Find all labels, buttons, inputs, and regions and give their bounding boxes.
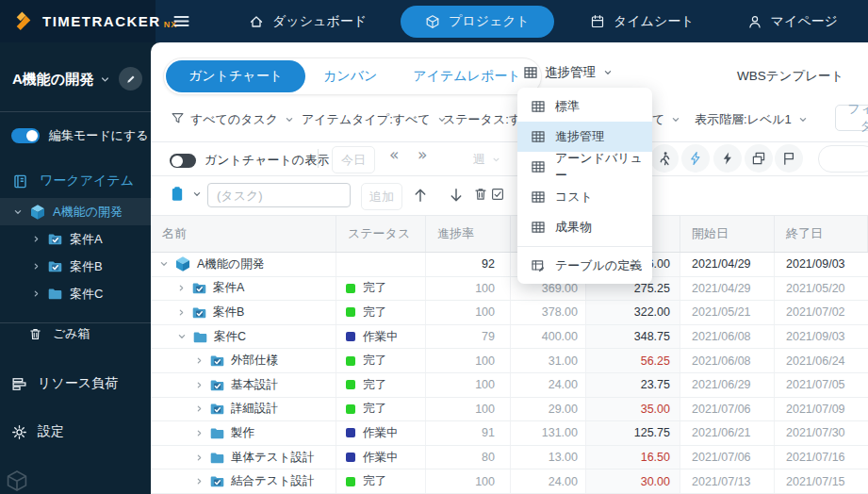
- nav-item-timesheet[interactable]: タイムシート: [577, 6, 708, 38]
- menu-item-earned-value[interactable]: アーンドバリュー: [517, 152, 652, 182]
- bolt-outline-button[interactable]: [681, 144, 710, 173]
- cell-status: 作業中: [336, 446, 426, 469]
- table-row[interactable]: 製作作業中91131.00125.752021/06/212021/07/30: [151, 421, 868, 446]
- chevron-right-icon[interactable]: [194, 428, 205, 438]
- pencil-icon: [125, 74, 137, 85]
- move-down-icon[interactable]: [448, 187, 465, 204]
- flag-button[interactable]: [775, 144, 803, 173]
- view-tabs: ガントチャートカンバンアイテムレポート: [163, 58, 542, 95]
- tree-item-root[interactable]: A機能の開発: [0, 198, 151, 225]
- settings-label: 設定: [38, 423, 64, 440]
- nav-item-dashboard[interactable]: ダッシュボード: [236, 6, 380, 38]
- edit-project-button[interactable]: [119, 67, 142, 91]
- folder-check-icon: [47, 231, 63, 247]
- logo-icon: [11, 9, 36, 34]
- sidebar-item-work-items[interactable]: ワークアイテム: [12, 173, 134, 189]
- sidebar-item-settings[interactable]: 設定: [11, 423, 64, 440]
- chevron-right-icon[interactable]: [194, 355, 205, 366]
- wbs-template-button[interactable]: WBSテンプレート: [737, 68, 843, 85]
- table-view-selector[interactable]: 進捗管理: [523, 64, 614, 81]
- cell-start-date: 2021/05/21: [680, 301, 775, 324]
- chevron-right-icon[interactable]: [176, 307, 187, 318]
- cell-progress: 100: [426, 373, 511, 397]
- nav-label: ダッシュボード: [272, 13, 367, 30]
- tree-item-anken-a[interactable]: 案件A: [0, 225, 151, 253]
- new-task-input[interactable]: [207, 183, 351, 207]
- tab-kanban[interactable]: カンバン: [305, 60, 395, 92]
- cell-progress: 100: [426, 398, 511, 421]
- menu-item-standard[interactable]: 標準: [517, 91, 652, 122]
- filter-item-type[interactable]: アイテムタイプ:すべて: [302, 111, 448, 128]
- move-up-icon[interactable]: [412, 187, 429, 204]
- sidebar-item-resource-load[interactable]: リソース負荷: [11, 375, 118, 392]
- column-header-name[interactable]: 名前: [151, 216, 336, 252]
- column-header-status[interactable]: ステータス: [336, 216, 426, 252]
- nav-item-project[interactable]: プロジェクト: [401, 6, 554, 38]
- tree-item-anken-c[interactable]: 案件C: [0, 280, 151, 307]
- toolbar-partial-control[interactable]: [818, 145, 868, 173]
- menu-item-progress[interactable]: 進捗管理: [517, 122, 652, 152]
- filter-task-scope[interactable]: すべてのタスク: [190, 111, 295, 128]
- table-row[interactable]: 結合テスト設計完了10024.0030.002021/07/132021/07/…: [151, 469, 868, 494]
- chevron-down-icon: [602, 67, 614, 78]
- cube-solid-icon: [29, 204, 46, 221]
- bolt-button[interactable]: [713, 144, 742, 173]
- cell-actual: 348.75: [586, 325, 680, 349]
- cell-planned: 13.00: [511, 446, 586, 469]
- app-logo[interactable]: TIMETRACKER NX: [0, 0, 156, 42]
- table-row[interactable]: 詳細設計完了10029.0035.002021/07/062021/07/09: [151, 398, 868, 422]
- table-icon: [531, 99, 546, 114]
- chevron-down-icon[interactable]: [158, 258, 170, 270]
- menu-item-deliverable[interactable]: 成果物: [517, 212, 652, 242]
- chevron-down-icon: [284, 114, 295, 125]
- table-row[interactable]: 案件B完了100378.00322.002021/05/212021/07/02: [151, 301, 868, 325]
- delete-item-icon[interactable]: [473, 187, 488, 202]
- tree-item-label: 案件C: [70, 286, 103, 303]
- table-row[interactable]: 案件A完了100369.00275.252021/04/292021/05/20: [151, 277, 868, 302]
- filter-partially-hidden[interactable]: て: [652, 111, 681, 128]
- table-row[interactable]: 案件C作業中79400.00348.752021/06/082021/09/03: [151, 325, 868, 350]
- copy-button[interactable]: [745, 144, 773, 173]
- chevron-right-icon[interactable]: [194, 476, 205, 486]
- menu-item-label: 標準: [555, 98, 580, 115]
- column-header-progress[interactable]: 進捗率: [426, 216, 511, 252]
- filter-button[interactable]: フィルタ: [835, 105, 868, 131]
- tab-item-report[interactable]: アイテムレポート: [395, 60, 538, 92]
- chevron-right-icon[interactable]: [194, 453, 205, 463]
- filter-bar: すべてのタスクアイテムタイプ:すべてステータス:すべてて表示階層:レベル1 フィ…: [151, 101, 868, 139]
- menu-item-cost[interactable]: コスト: [517, 182, 652, 212]
- chevron-right-icon[interactable]: [194, 380, 205, 390]
- chevron-down-icon[interactable]: [176, 331, 188, 342]
- table-row[interactable]: 基本設計完了10024.0023.752021/06/292021/07/05: [151, 373, 868, 398]
- funnel-icon: [171, 111, 185, 125]
- select-items-icon[interactable]: [490, 187, 505, 202]
- item-name: 案件C: [214, 329, 246, 345]
- item-name: 外部仕様: [231, 353, 278, 369]
- nav-item-mypage[interactable]: マイページ: [734, 6, 851, 38]
- table-row[interactable]: 外部仕様完了10031.0056.252021/06/082021/06/24: [151, 349, 868, 373]
- item-name: 詳細設計: [231, 401, 278, 417]
- chevron-right-icon: [31, 288, 41, 299]
- tree-item-anken-b[interactable]: 案件B: [0, 253, 151, 280]
- project-selector[interactable]: A機能の開発: [12, 71, 144, 89]
- column-header-start[interactable]: 開始日: [680, 216, 775, 252]
- copy-icon: [751, 151, 766, 166]
- tab-gantt[interactable]: ガントチャート: [166, 60, 305, 92]
- column-header-end[interactable]: 終了日: [775, 216, 868, 252]
- table-row[interactable]: 単体テスト設計作業中8013.0016.502021/07/062021/07/…: [151, 446, 868, 470]
- table-icon: [523, 65, 538, 80]
- chevron-down-icon: [99, 74, 111, 86]
- cell-progress: 92: [426, 253, 511, 276]
- home-icon: [249, 14, 264, 29]
- menu-item-table-definition[interactable]: テーブルの定義: [517, 251, 652, 281]
- menu-icon[interactable]: [172, 12, 190, 30]
- item-type-dropdown[interactable]: [169, 186, 203, 203]
- edit-mode-toggle[interactable]: [11, 128, 40, 143]
- chevron-right-icon[interactable]: [194, 403, 205, 414]
- add-task-button[interactable]: 追加: [361, 183, 402, 210]
- table-row[interactable]: A機能の開発92946.002021/04/292021/09/03: [151, 253, 868, 277]
- chevron-right-icon[interactable]: [176, 283, 187, 293]
- walk-button[interactable]: [650, 144, 679, 173]
- filter-display-level[interactable]: 表示階層:レベル1: [695, 111, 809, 128]
- sidebar-item-trash[interactable]: ごみ箱: [28, 325, 90, 342]
